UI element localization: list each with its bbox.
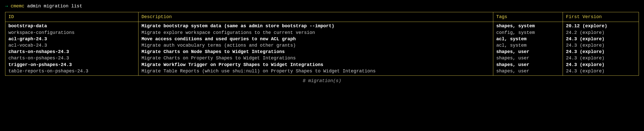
cell-description: Move access conditions and used queries … — [142, 36, 490, 42]
table-body-row: bootstrap-dataworkspace-configurationsac… — [5, 22, 639, 76]
cell-id: workspace-configurations — [8, 30, 135, 36]
cell-tags: shapes, user — [496, 62, 560, 68]
header-first-version: First Version — [563, 12, 639, 22]
cell-first-version: 24.3 (explore) — [566, 42, 636, 49]
cell-first-version: 24.3 (explore) — [566, 49, 636, 55]
cell-first-version: 24.3 (explore) — [566, 36, 636, 42]
cell-id: bootstrap-data — [8, 23, 135, 29]
cell-tags: acl, system — [496, 42, 560, 49]
cell-description: Migrate bootstrap system data (same as a… — [142, 23, 490, 29]
cell-first-version: 20.12 (explore) — [566, 23, 636, 29]
cell-tags: shapes, system — [496, 23, 560, 29]
table-header-row: ID Description Tags First Version — [5, 12, 639, 22]
cell-first-version: 24.2 (explore) — [566, 30, 636, 36]
cell-id: trigger-on-pshapes-24.3 — [8, 62, 135, 68]
cell-description: Migrate Charts on Node Shapes to Widget … — [142, 49, 490, 55]
command-args: admin migration list — [24, 4, 82, 9]
cell-description: Migrate Charts on Property Shapes to Wid… — [142, 55, 490, 61]
cell-id: charts-on-pshapes-24.3 — [8, 55, 135, 61]
prompt-arrow-icon: → — [5, 4, 8, 9]
cell-id: acl-graph-24.3 — [8, 36, 135, 42]
cell-description: Migrate Workflow Trigger on Property Sha… — [142, 62, 490, 68]
cell-tags: shapes, user — [496, 55, 560, 61]
cell-tags: acl, system — [496, 36, 560, 42]
cell-tags: shapes, user — [496, 68, 560, 74]
command-name: cmemc — [11, 4, 24, 9]
cell-id: charts-on-nshapes-24.3 — [8, 49, 135, 55]
cell-description: Migrate Table Reports (which use shui:nu… — [142, 68, 490, 74]
summary-count: 8 migration(s) — [5, 78, 639, 84]
header-id: ID — [5, 12, 138, 22]
cell-description: Migrate auth vocabulary terms (actions a… — [142, 42, 490, 49]
cell-description: Migrate explore workspace configurations… — [142, 30, 490, 36]
header-description: Description — [138, 12, 493, 22]
command-prompt: → cmemc admin migration list — [5, 3, 639, 9]
cell-id: table-reports-on-pshapes-24.3 — [8, 68, 135, 74]
cell-id: acl-vocab-24.3 — [8, 42, 135, 49]
cell-first-version: 24.3 (explore) — [566, 55, 636, 61]
migration-table: ID Description Tags First Version bootst… — [5, 12, 639, 76]
header-tags: Tags — [493, 12, 563, 22]
cell-first-version: 24.3 (explore) — [566, 62, 636, 68]
cell-tags: shapes, user — [496, 49, 560, 55]
cell-first-version: 24.3 (explore) — [566, 68, 636, 74]
cell-tags: config, system — [496, 30, 560, 36]
